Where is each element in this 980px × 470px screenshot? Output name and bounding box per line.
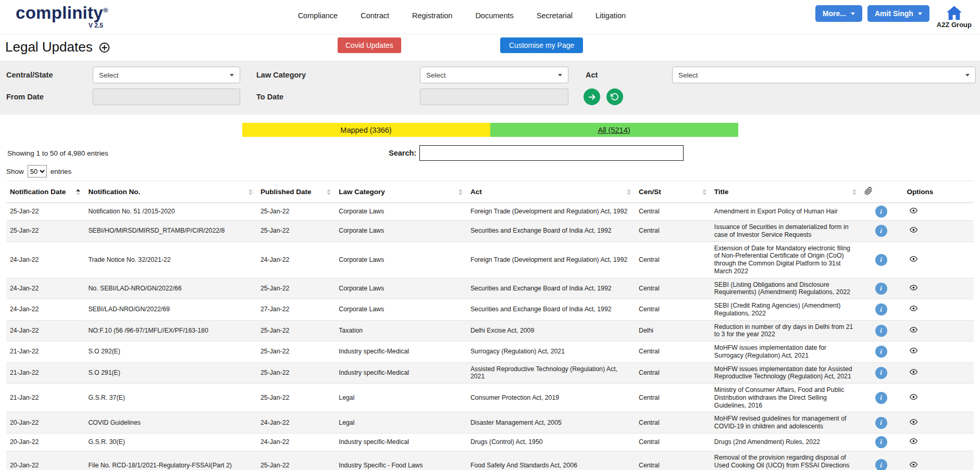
cell-act: Foreign Trade (Development and Regulatio… — [467, 203, 635, 221]
covid-updates-button[interactable]: Covid Updates — [338, 37, 401, 53]
cell-act: Securities and Exchange Board of India A… — [467, 299, 635, 321]
column-header-cen-st[interactable]: Cen/St — [635, 181, 711, 203]
tab-all[interactable]: All (5214) — [490, 123, 738, 137]
cell-title: Issuance of Securities in dematerialized… — [711, 221, 861, 242]
eye-icon[interactable] — [910, 226, 917, 234]
eye-icon[interactable] — [910, 326, 917, 334]
column-header-published-date[interactable]: Published Date — [257, 181, 335, 203]
cell-notification-date: 25-Jan-22 — [6, 203, 84, 221]
info-icon[interactable]: i — [875, 436, 887, 448]
info-icon[interactable]: i — [875, 283, 887, 295]
central-state-select[interactable]: Select — [93, 67, 240, 83]
cell-notification-date: 24-Jan-22 — [6, 278, 84, 299]
cell-cen-st: Central — [635, 341, 711, 363]
eye-icon[interactable] — [910, 437, 917, 445]
filters-panel: Central/State Select Law Category Select… — [0, 60, 980, 115]
to-date-input[interactable] — [420, 88, 568, 105]
info-icon[interactable]: i — [875, 254, 887, 266]
eye-icon[interactable] — [910, 304, 917, 312]
cell-published-date: 27-Jan-22 — [257, 299, 335, 321]
cell-act: Disaster Management Act, 2005 — [467, 412, 635, 434]
eye-icon[interactable] — [910, 347, 917, 354]
table-row: 24-Jan-22 No. SEBI/LAD-NRO/GN/2022/66 25… — [6, 278, 974, 299]
customise-page-button[interactable]: Customise my Page — [500, 37, 583, 53]
tab-mapped[interactable]: Mapped (3366) — [242, 123, 490, 137]
column-header-options: Options — [903, 181, 974, 203]
column-header-law-category[interactable]: Law Category — [335, 181, 467, 203]
more-button[interactable]: More... — [815, 5, 862, 22]
column-header-act[interactable]: Act — [467, 181, 635, 203]
cell-published-date: 24-Jan-22 — [257, 242, 335, 278]
logo-text: complinity — [16, 3, 103, 22]
cell-cen-st: Central — [635, 278, 711, 299]
column-label: Cen/St — [639, 188, 661, 196]
nav-item-secretarial[interactable]: Secretarial — [537, 11, 573, 20]
info-icon[interactable]: i — [875, 303, 887, 315]
info-icon[interactable]: i — [875, 367, 887, 379]
eye-icon[interactable] — [910, 255, 917, 263]
eye-icon[interactable] — [910, 368, 917, 376]
law-category-select[interactable]: Select — [420, 67, 568, 83]
nav-item-registration[interactable]: Registration — [412, 11, 452, 20]
legal-updates-table: Notification DateNotification No.Publish… — [6, 181, 974, 470]
home-icon[interactable] — [946, 5, 963, 20]
column-header-title[interactable]: Title — [711, 181, 861, 203]
sort-carets-icon — [249, 189, 253, 195]
eye-icon[interactable] — [910, 393, 917, 401]
cell-title: Ministry of Consumer Affairs, Food and P… — [711, 384, 861, 412]
group-name: A2Z Group — [937, 21, 972, 29]
apply-filters-button[interactable] — [584, 88, 600, 105]
logo[interactable]: complinity® V 2.5 — [16, 4, 108, 29]
cell-attachment: i — [861, 203, 903, 221]
search-label: Search: — [389, 149, 416, 157]
cell-published-date: 25-Jan-22 — [257, 362, 335, 384]
eye-icon[interactable] — [910, 418, 917, 426]
reset-filters-button[interactable] — [606, 88, 623, 105]
cell-act: Delhi Excise Act, 2009 — [467, 320, 635, 341]
cell-options — [903, 299, 974, 321]
plus-circle-icon[interactable] — [99, 42, 110, 53]
page-size-select[interactable]: 50 — [28, 165, 47, 177]
cell-attachment: i — [861, 278, 903, 299]
info-icon[interactable]: i — [875, 392, 887, 404]
nav-item-contract[interactable]: Contract — [361, 11, 389, 20]
nav-item-litigation[interactable]: Litigation — [596, 11, 626, 20]
cell-law-category: Taxation — [335, 320, 467, 341]
nav-item-documents[interactable]: Documents — [475, 11, 513, 20]
info-icon[interactable]: i — [875, 225, 887, 237]
cell-options — [903, 433, 974, 451]
cell-attachment: i — [861, 341, 903, 363]
to-date-label: To Date — [256, 93, 283, 101]
column-label: Options — [907, 188, 933, 196]
all-link[interactable]: All (5214) — [598, 126, 630, 134]
cell-notification-no: S.O 292(E) — [84, 341, 257, 363]
info-icon[interactable]: i — [875, 325, 887, 337]
from-date-input[interactable] — [93, 88, 240, 105]
info-icon[interactable]: i — [875, 417, 887, 429]
sort-carets-icon — [627, 189, 631, 195]
table-row: 24-Jan-22 Trade Notice No. 32/2021-22 24… — [6, 242, 974, 278]
column-header-notification-no[interactable]: Notification No. — [84, 181, 257, 203]
cell-attachment: i — [861, 412, 903, 434]
info-icon[interactable]: i — [875, 206, 887, 218]
page-title: Legal Updates — [5, 39, 93, 55]
eye-icon[interactable] — [910, 207, 917, 214]
law-category-label: Law Category — [256, 71, 306, 79]
cell-attachment: i — [861, 221, 903, 242]
caret-down-icon — [230, 74, 234, 77]
info-icon[interactable]: i — [875, 346, 887, 358]
eye-icon[interactable] — [910, 284, 917, 291]
act-select[interactable]: Select — [672, 67, 976, 83]
cell-notification-no: G.S.R. 30(E) — [84, 433, 257, 451]
cell-published-date: 25-Jan-22 — [257, 384, 335, 412]
cell-published-date: 25-Jan-22 — [257, 278, 335, 299]
cell-attachment: i — [861, 242, 903, 278]
search-input[interactable] — [419, 145, 684, 161]
info-icon[interactable]: i — [875, 459, 887, 470]
cell-notification-no: Trade Notice No. 32/2021-22 — [84, 242, 257, 278]
nav-item-compliance[interactable]: Compliance — [298, 11, 338, 20]
column-header-notification-date[interactable]: Notification Date — [6, 181, 84, 203]
eye-icon[interactable] — [910, 461, 917, 468]
user-menu-button[interactable]: Amit Singh — [867, 5, 929, 22]
logo-version: V 2.5 — [16, 22, 108, 29]
